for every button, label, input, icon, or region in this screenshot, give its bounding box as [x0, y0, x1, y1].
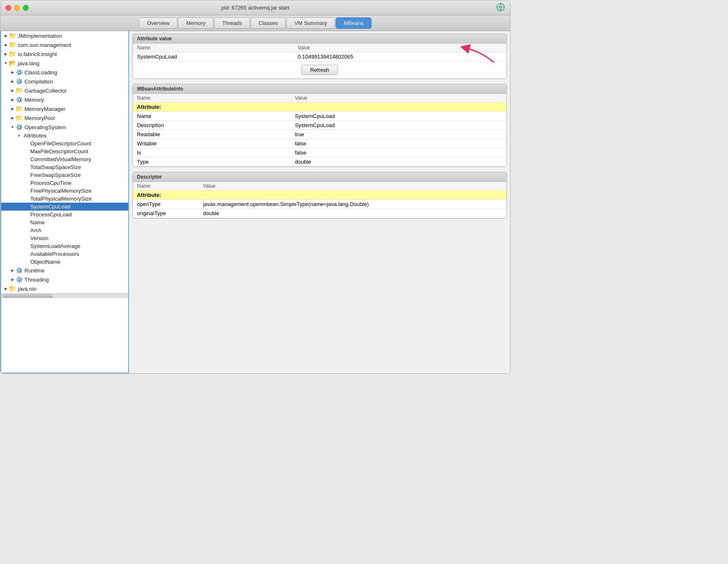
refresh-button[interactable]: Refresh — [301, 65, 338, 75]
folder-icon: 📁 — [15, 87, 23, 94]
folder-icon: 📁 — [9, 32, 16, 39]
gear-icon: ⚙️ — [15, 96, 23, 103]
tab-threads[interactable]: Threads — [214, 17, 250, 29]
sidebar-item-version[interactable]: Version — [1, 234, 128, 242]
attr-col-value: Value — [293, 44, 506, 52]
sidebar-item-memorypool[interactable]: 📁MemoryPool — [1, 113, 128, 123]
sidebar-item-freeswap[interactable]: FreeSwapSpaceSize — [1, 171, 128, 179]
sidebar-label-attributes: Attributes — [24, 132, 46, 139]
sidebar-item-compilation[interactable]: ⚙️Compilation — [1, 77, 128, 86]
arrow-compilation[interactable] — [10, 78, 15, 84]
sidebar-item-operatingsystem[interactable]: ⚙️OperatingSystem — [1, 123, 128, 132]
sidebar-item-objectname[interactable]: ObjectName — [1, 258, 128, 266]
sidebar-item-totalphysical[interactable]: TotalPhysicalMemorySize — [1, 195, 128, 203]
attr-col-name: Name — [133, 44, 293, 52]
mbean-attribute-info-section: MBeanAttributeInfo Name Value Attribute:… — [132, 84, 507, 167]
mbean-attr-name: Attribute: — [133, 103, 291, 112]
mbean-attr-value — [291, 103, 506, 112]
sidebar-label-comsun: com.sun.management — [18, 42, 71, 48]
sidebar-label-totalphysical: TotalPhysicalMemorySize — [30, 196, 92, 202]
right-panel: Attribute value Name Value SystemCpuLoad… — [129, 31, 510, 373]
arrow-threading[interactable] — [10, 277, 15, 282]
arrow-memorymanager[interactable] — [10, 106, 15, 112]
tab-memory[interactable]: Memory — [178, 17, 213, 29]
mbean-attr-name: Is — [133, 148, 291, 157]
arrow-jmimpl[interactable] — [3, 33, 9, 39]
arrow-runtime[interactable] — [10, 267, 15, 273]
tab-classes[interactable]: Classes — [251, 17, 286, 29]
arrow-memory[interactable] — [10, 97, 15, 103]
sidebar-item-processcputime[interactable]: ProcessCpuTime — [1, 179, 128, 187]
table-row: DescriptionSystemCpuLoad — [133, 121, 506, 130]
sidebar-item-name[interactable]: Name — [1, 218, 128, 226]
sidebar-label-arch: Arch — [30, 227, 42, 233]
sidebar-item-iofabric[interactable]: 📁io.fabric8.insight — [1, 49, 128, 59]
sidebar-label-classloading: ClassLoading — [24, 69, 57, 76]
sidebar-item-totalswap[interactable]: TotalSwapSpaceSize — [1, 163, 128, 171]
arrow-javalang[interactable] — [3, 60, 9, 66]
arrow-memorypool[interactable] — [10, 115, 15, 121]
sidebar-item-memorymanager[interactable]: 📁MemoryManager — [1, 104, 128, 113]
arrow-operatingsystem[interactable] — [10, 124, 15, 130]
mbean-attr-value: SystemCpuLoad — [291, 121, 506, 130]
sidebar-item-committedvirtual[interactable]: CommittedVirtualMemory — [1, 155, 128, 163]
mbean-attr-value: true — [291, 130, 506, 139]
attribute-value-title: Attribute value — [133, 34, 506, 44]
sidebar-item-jmimpl[interactable]: 📁JMImplementation — [1, 31, 128, 40]
sidebar-label-maxfiledesc: MaxFileDescriptorCount — [30, 148, 88, 154]
sidebar-item-systemloadavg[interactable]: SystemLoadAverage — [1, 242, 128, 250]
descriptor-title: Descriptor — [133, 172, 506, 182]
sidebar-item-runtime[interactable]: ⚙️Runtime — [1, 266, 128, 275]
sidebar-item-attributes[interactable]: Attributes — [1, 132, 128, 140]
sidebar-item-arch[interactable]: Arch — [1, 226, 128, 234]
arrow-javanio[interactable] — [3, 286, 9, 292]
arrow-garbagecollector[interactable] — [10, 88, 15, 93]
sidebar-scrollbar[interactable] — [1, 293, 128, 298]
sidebar-item-maxfiledesc[interactable]: MaxFileDescriptorCount — [1, 147, 128, 155]
table-row: NameSystemCpuLoad — [133, 112, 506, 121]
sidebar-item-processcpuload[interactable]: ProcessCpuLoad — [1, 211, 128, 218]
tab-mbeans[interactable]: MBeans — [336, 17, 371, 29]
mbean-attr-name: Readable — [133, 130, 291, 139]
arrow-iofabric[interactable] — [3, 51, 9, 57]
attr-value: 0.10499139414802065 — [293, 52, 506, 61]
minimize-button[interactable] — [14, 5, 20, 11]
sidebar-item-openfiledesc[interactable]: OpenFileDescriptorCount — [1, 140, 128, 147]
tab-vm-summary[interactable]: VM Summary — [286, 17, 335, 29]
sidebar-item-systemcpuload[interactable]: SystemCpuLoad — [1, 203, 128, 211]
sidebar[interactable]: 📁JMImplementation📁com.sun.management📁io.… — [0, 31, 129, 373]
sidebar-label-systemloadavg: SystemLoadAverage — [30, 243, 80, 249]
tab-overview[interactable]: Overview — [139, 17, 177, 29]
desc-attr-name: openType — [133, 200, 199, 209]
table-row: SystemCpuLoad0.10499139414802065 — [133, 52, 506, 61]
mbean-attr-value: SystemCpuLoad — [291, 112, 506, 121]
arrow-comsun[interactable] — [3, 42, 9, 48]
desc-attr-value: double — [199, 209, 506, 218]
traffic-lights — [5, 5, 29, 11]
sidebar-label-memory: Memory — [24, 97, 44, 103]
sidebar-item-availableproc[interactable]: AvailableProcessors — [1, 250, 128, 258]
table-row: Attribute: — [133, 191, 506, 200]
gear-icon: ⚙️ — [15, 69, 23, 76]
sidebar-label-memorypool: MemoryPool — [24, 115, 55, 121]
sidebar-item-javalang[interactable]: 📂java.lang — [1, 59, 128, 68]
scrollbar-thumb[interactable] — [3, 294, 53, 298]
sidebar-item-memory[interactable]: ⚙️Memory — [1, 95, 128, 104]
sidebar-item-garbagecollector[interactable]: 📁GarbageCollector — [1, 86, 128, 95]
mbean-attr-value: double — [291, 157, 506, 167]
sidebar-item-classloading[interactable]: ⚙️ClassLoading — [1, 68, 128, 77]
sidebar-item-threading[interactable]: ⚙️Threading — [1, 275, 128, 284]
sidebar-item-comsun[interactable]: 📁com.sun.management — [1, 40, 128, 49]
desc-col-value: Value — [199, 182, 506, 191]
sidebar-item-freephysical[interactable]: FreePhysicalMemorySize — [1, 187, 128, 195]
sidebar-item-javanio[interactable]: 📁java.nio — [1, 284, 128, 293]
desc-attr-name: Attribute: — [133, 191, 199, 200]
tabs-bar: Overview Memory Threads Classes VM Summa… — [0, 15, 510, 31]
arrow-classloading[interactable] — [10, 69, 15, 75]
arrow-attributes[interactable] — [16, 133, 22, 139]
mbean-attr-name: Description — [133, 121, 291, 130]
close-button[interactable] — [5, 5, 11, 11]
attribute-value-content: Name Value SystemCpuLoad0.10499139414802… — [133, 44, 506, 61]
maximize-button[interactable] — [23, 5, 29, 11]
mbean-attr-name: Name — [133, 112, 291, 121]
